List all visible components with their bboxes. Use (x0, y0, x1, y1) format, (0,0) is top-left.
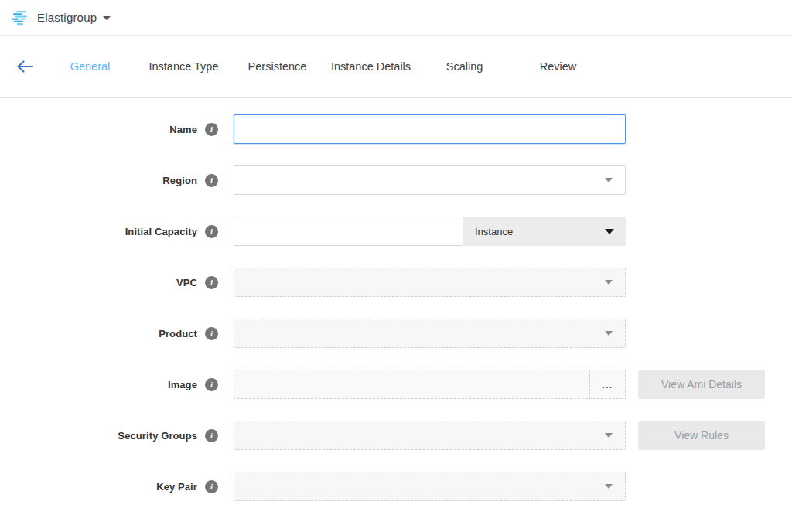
image-browse-button[interactable]: ... (589, 370, 625, 398)
vpc-select[interactable] (234, 268, 626, 297)
capacity-unit-select[interactable]: Instance (463, 217, 626, 246)
tab-instance-type[interactable]: Instance Type (137, 53, 230, 80)
security-groups-label: Security Groups (118, 430, 197, 442)
tab-scaling[interactable]: Scaling (418, 53, 511, 80)
info-icon[interactable]: i (205, 429, 218, 442)
chevron-down-icon (605, 178, 613, 182)
general-settings-form: Name i Region i Initial Capacity i Insta… (0, 98, 792, 501)
tab-review[interactable]: Review (511, 53, 605, 80)
form-row-image: Image i ... View Ami Details (0, 370, 792, 399)
image-input[interactable]: ... (234, 370, 626, 399)
info-icon[interactable]: i (205, 276, 218, 289)
name-input[interactable] (234, 114, 626, 144)
info-icon[interactable]: i (205, 123, 218, 136)
info-icon[interactable]: i (205, 225, 218, 238)
info-icon[interactable]: i (205, 174, 218, 187)
form-row-product: Product i (0, 319, 792, 348)
initial-capacity-input[interactable] (234, 217, 463, 246)
wizard-tab-bar: General Instance Type Persistence Instan… (0, 36, 792, 98)
chevron-down-icon (605, 280, 613, 285)
region-select[interactable] (234, 165, 626, 195)
info-icon[interactable]: i (205, 378, 218, 391)
top-bar: Elastigroup (0, 0, 792, 36)
wizard-tabs: General Instance Type Persistence Instan… (43, 53, 605, 80)
tab-instance-details[interactable]: Instance Details (324, 53, 418, 80)
chevron-down-icon (605, 331, 613, 336)
info-icon[interactable]: i (205, 480, 218, 493)
view-rules-button[interactable]: View Rules (638, 421, 765, 450)
form-row-initial-capacity: Initial Capacity i Instance (0, 217, 792, 246)
key-pair-label: Key Pair (156, 481, 197, 493)
region-label: Region (162, 175, 197, 186)
chevron-down-icon (605, 484, 613, 489)
view-ami-details-button[interactable]: View Ami Details (638, 370, 765, 399)
tab-general[interactable]: General (43, 53, 137, 80)
key-pair-select[interactable] (234, 472, 626, 501)
vpc-label: VPC (176, 277, 197, 288)
capacity-unit-value: Instance (475, 226, 513, 237)
info-icon[interactable]: i (205, 327, 218, 340)
chevron-down-icon (605, 433, 613, 438)
elastigroup-logo-icon (12, 9, 30, 26)
security-groups-select[interactable] (234, 421, 626, 450)
product-select[interactable] (234, 319, 626, 348)
image-value (234, 370, 589, 398)
image-label: Image (168, 379, 197, 390)
caret-down-icon[interactable] (103, 16, 111, 20)
product-label: Product (159, 328, 197, 339)
back-arrow-icon (15, 60, 34, 73)
form-row-name: Name i (0, 114, 792, 144)
tab-persistence[interactable]: Persistence (230, 53, 324, 80)
initial-capacity-label: Initial Capacity (125, 226, 197, 237)
form-row-key-pair: Key Pair i (0, 472, 792, 501)
form-row-security-groups: Security Groups i View Rules (0, 421, 792, 450)
name-label: Name (169, 124, 197, 135)
form-row-region: Region i (0, 165, 792, 195)
form-row-vpc: VPC i (0, 268, 792, 297)
chevron-down-icon (605, 229, 614, 234)
back-button[interactable] (9, 51, 40, 82)
app-switcher-label[interactable]: Elastigroup (37, 11, 97, 24)
